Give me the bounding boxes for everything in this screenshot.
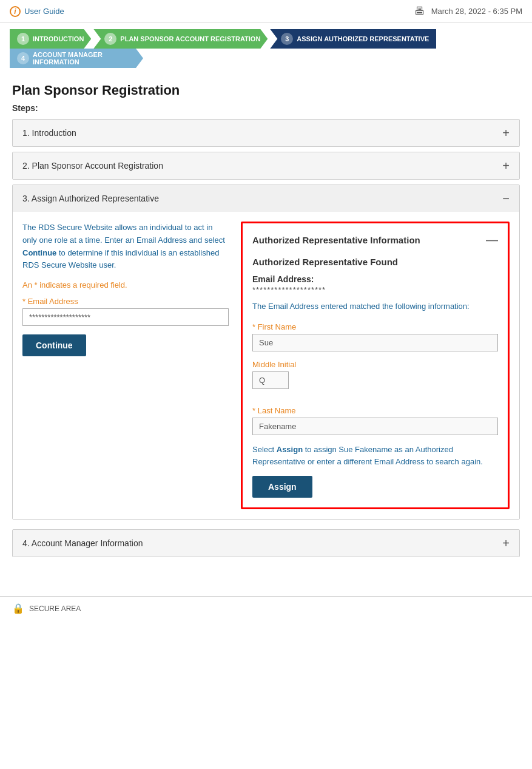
accordion-label-1: 1. Introduction [22, 128, 76, 138]
last-name-input[interactable] [252, 418, 498, 435]
user-guide-link[interactable]: i User Guide [10, 6, 64, 17]
main-content: Plan Sponsor Registration Steps: 1. Intr… [0, 73, 532, 572]
assign-prompt: Select Assign to assign Sue Fakename as … [252, 444, 498, 469]
accordion-header-4[interactable]: 4. Account Manager Information + [13, 530, 519, 557]
required-note: An * indicates a required field. [22, 280, 229, 290]
panel-title: Authorized Representative Information [252, 235, 420, 245]
step3-content: The RDS Secure Website allows an individ… [13, 212, 519, 519]
authorized-rep-panel: Authorized Representative Information — … [241, 222, 510, 509]
step-2-label: PLAN SPONSOR ACCOUNT REGISTRATION [120, 35, 260, 42]
accordion-icon-2: + [502, 160, 510, 172]
datetime-label: March 28, 2022 - 6:35 PM [431, 7, 522, 16]
user-guide-label: User Guide [24, 7, 64, 16]
steps-label: Steps: [12, 103, 520, 113]
step-4-arrow[interactable]: 4 ACCOUNT MANAGER INFORMATION [10, 49, 143, 68]
step-3-num: 3 [281, 33, 293, 45]
first-name-label: * First Name [252, 322, 498, 331]
step3-left: The RDS Secure Website allows an individ… [22, 222, 229, 509]
accordion-header-2[interactable]: 2. Plan Sponsor Account Registration + [13, 152, 519, 179]
accordion-icon-3: − [502, 192, 510, 205]
step-1-num: 1 [17, 33, 29, 45]
panel-collapse-icon[interactable]: — [486, 233, 498, 247]
progress-steps-row2: 4 ACCOUNT MANAGER INFORMATION [0, 49, 532, 73]
step-1-arrow[interactable]: 1 INTRODUCTION [10, 29, 91, 49]
accordion-header-1[interactable]: 1. Introduction + [13, 120, 519, 146]
accordion-label-2: 2. Plan Sponsor Account Registration [22, 161, 163, 171]
progress-steps: 1 INTRODUCTION 2 PLAN SPONSOR ACCOUNT RE… [0, 23, 532, 49]
step-3-label: ASSIGN AUTHORIZED REPRESENTATIVE [297, 35, 429, 42]
email-address-label: Email Address: [252, 274, 498, 284]
step-2-num: 2 [104, 33, 116, 45]
page-title: Plan Sponsor Registration [12, 83, 520, 98]
match-text: The Email Address entered matched the fo… [252, 300, 498, 313]
middle-initial-input[interactable] [252, 371, 289, 389]
accordion-item-4: 4. Account Manager Information + [12, 529, 520, 557]
accordion-label-4: 4. Account Manager Information [22, 538, 143, 548]
top-right: 🖶 March 28, 2022 - 6:35 PM [414, 5, 522, 18]
accordion-icon-1: + [502, 127, 510, 139]
email-field-label: * Email Address [22, 297, 229, 306]
assign-button[interactable]: Assign [252, 476, 312, 498]
accordion-header-3[interactable]: 3. Assign Authorized Representative − [13, 185, 519, 212]
email-masked: ******************** [252, 285, 498, 294]
step-4-label: ACCOUNT MANAGER INFORMATION [33, 51, 136, 66]
print-icon[interactable]: 🖶 [414, 5, 425, 18]
accordion-item-2: 2. Plan Sponsor Account Registration + [12, 152, 520, 180]
step-3-arrow[interactable]: 3 ASSIGN AUTHORIZED REPRESENTATIVE [270, 29, 436, 49]
last-name-label: * Last Name [252, 406, 498, 415]
step-1-label: INTRODUCTION [33, 35, 84, 42]
accordion-label-3: 3. Assign Authorized Representative [22, 194, 159, 203]
step3-description: The RDS Secure Website allows an individ… [22, 222, 229, 272]
lock-icon: 🔒 [12, 603, 24, 614]
info-icon: i [10, 6, 21, 17]
step-4-num: 4 [17, 52, 29, 64]
rep-found-title: Authorized Representative Found [252, 257, 498, 267]
accordion-item-3: 3. Assign Authorized Representative − Th… [12, 185, 520, 520]
top-bar: i User Guide 🖶 March 28, 2022 - 6:35 PM [0, 0, 532, 23]
panel-header: Authorized Representative Information — [252, 233, 498, 247]
accordion-item-1: 1. Introduction + [12, 119, 520, 147]
first-name-input[interactable] [252, 334, 498, 351]
continue-button[interactable]: Continue [22, 334, 86, 356]
secure-area-label: SECURE AREA [29, 605, 81, 613]
footer: 🔒 SECURE AREA [0, 596, 532, 620]
email-input[interactable] [22, 308, 229, 326]
accordion-icon-4: + [502, 537, 510, 549]
step-2-arrow[interactable]: 2 PLAN SPONSOR ACCOUNT REGISTRATION [93, 29, 268, 49]
middle-initial-label: Middle Initial [252, 360, 498, 369]
